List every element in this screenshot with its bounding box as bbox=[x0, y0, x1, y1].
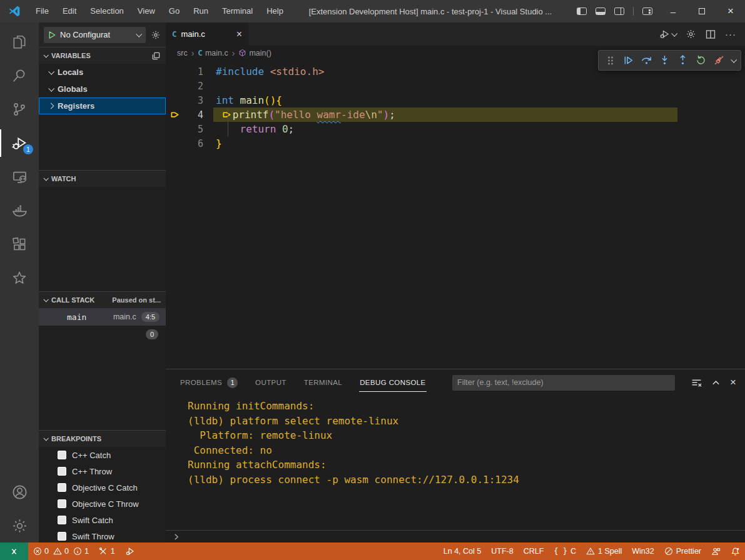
breadcrumb-symbol[interactable]: main() bbox=[238, 49, 271, 58]
code-editor[interactable]: 1 #include <stdio.h> 2 3 int main(){ 4 p… bbox=[166, 60, 745, 369]
call-stack-session-row[interactable]: 0 bbox=[39, 326, 166, 343]
language-mode-status[interactable]: { } C bbox=[549, 542, 581, 560]
variables-tree-item[interactable]: Registers bbox=[39, 98, 166, 114]
activity-remote-explorer-icon[interactable] bbox=[0, 160, 39, 194]
tab-close-icon[interactable]: × bbox=[236, 29, 242, 40]
breakpoint-item[interactable]: C++ Throw bbox=[39, 463, 166, 479]
activity-star-icon[interactable] bbox=[0, 261, 39, 295]
activity-files-icon[interactable] bbox=[0, 25, 39, 59]
breakpoint-item[interactable]: Objective C Catch bbox=[39, 479, 166, 496]
breakpoint-checkbox[interactable] bbox=[58, 467, 66, 476]
activity-run-debug-icon[interactable]: 1 bbox=[0, 126, 39, 160]
variables-tree-item[interactable]: Locals bbox=[39, 64, 166, 81]
continue-button[interactable] bbox=[620, 52, 637, 69]
menu-item[interactable]: Selection bbox=[83, 0, 130, 22]
minimize-button[interactable]: – bbox=[659, 0, 687, 22]
notifications-bell-icon[interactable] bbox=[726, 542, 745, 560]
maximize-button[interactable] bbox=[687, 0, 716, 22]
breakpoint-checkbox[interactable] bbox=[58, 451, 66, 459]
toggle-panel-icon[interactable] bbox=[595, 8, 606, 15]
eol-status[interactable]: CRLF bbox=[519, 542, 549, 560]
variables-tree-item[interactable]: Globals bbox=[39, 81, 166, 98]
activity-search-icon[interactable] bbox=[0, 59, 39, 92]
collapse-all-icon[interactable] bbox=[151, 51, 161, 61]
vscode-logo-icon bbox=[0, 5, 29, 18]
editor-settings-gear-icon[interactable] bbox=[686, 29, 696, 39]
breakpoint-item[interactable]: Swift Catch bbox=[39, 512, 166, 528]
breakpoint-checkbox[interactable] bbox=[58, 516, 66, 524]
console-filter-input[interactable] bbox=[452, 375, 675, 391]
launch-configuration-dropdown[interactable]: No Configurat bbox=[44, 27, 146, 43]
panel-tab[interactable]: OUTPUT bbox=[255, 374, 287, 391]
variables-header[interactable]: VARIABLES bbox=[39, 48, 166, 64]
activity-extensions-icon[interactable] bbox=[0, 228, 39, 261]
debug-status-icon[interactable] bbox=[120, 542, 140, 560]
code-line[interactable]: 4 printf("hello wamr-ide\n"); bbox=[166, 108, 745, 122]
breadcrumb-folder[interactable]: src bbox=[177, 49, 188, 58]
close-button[interactable]: × bbox=[716, 0, 745, 22]
code-line[interactable]: 3 int main(){ bbox=[166, 93, 745, 108]
panel-tab[interactable]: TERMINAL bbox=[303, 374, 343, 391]
code-line[interactable]: 2 bbox=[166, 79, 745, 93]
activity-accounts-icon[interactable] bbox=[0, 475, 39, 509]
menu-item[interactable]: Go bbox=[162, 0, 186, 22]
more-actions-icon[interactable]: ··· bbox=[725, 29, 736, 39]
title-bar: FileEditSelectionViewGoRunTerminalHelp [… bbox=[0, 0, 745, 22]
toolbar-drag-handle[interactable] bbox=[602, 52, 619, 69]
run-or-debug-button[interactable] bbox=[659, 29, 676, 39]
encoding-status[interactable]: UTF-8 bbox=[486, 542, 518, 560]
clear-console-icon[interactable] bbox=[691, 378, 702, 388]
debug-console-input[interactable] bbox=[166, 530, 745, 542]
menu-item[interactable]: Run bbox=[186, 0, 215, 22]
disconnect-button[interactable] bbox=[711, 52, 727, 69]
step-into-button[interactable] bbox=[656, 52, 673, 69]
breakpoint-checkbox[interactable] bbox=[58, 532, 66, 541]
customize-layout-icon[interactable] bbox=[642, 8, 652, 15]
feedback-icon[interactable] bbox=[706, 542, 726, 560]
debug-session-chevron-icon[interactable] bbox=[729, 58, 737, 62]
breakpoint-item[interactable]: Objective C Throw bbox=[39, 496, 166, 512]
breakpoint-checkbox[interactable] bbox=[58, 483, 66, 492]
remote-indicator[interactable] bbox=[0, 542, 28, 560]
open-launch-config-gear-icon[interactable] bbox=[151, 30, 161, 40]
menu-item[interactable]: File bbox=[29, 0, 56, 22]
formatter-status[interactable]: Prettier bbox=[659, 542, 706, 560]
code-line[interactable]: 6 } bbox=[166, 136, 745, 151]
breakpoint-checkbox[interactable] bbox=[58, 499, 66, 508]
code-line[interactable]: 5 return 0; bbox=[166, 122, 745, 136]
breakpoints-header[interactable]: BREAKPOINTS bbox=[39, 431, 166, 447]
toggle-sidebar-icon[interactable] bbox=[577, 8, 587, 15]
spell-checker-status[interactable]: 1 Spell bbox=[581, 542, 627, 560]
breakpoint-item[interactable]: C++ Catch bbox=[39, 447, 166, 463]
activity-settings-gear-icon[interactable] bbox=[0, 509, 39, 542]
cursor-position-status[interactable]: Ln 4, Col 5 bbox=[438, 542, 486, 560]
toggle-secondary-sidebar-icon[interactable] bbox=[614, 8, 624, 15]
breadcrumb-file[interactable]: C main.c bbox=[198, 48, 228, 58]
close-panel-icon[interactable]: × bbox=[730, 376, 736, 389]
menu-item[interactable]: Terminal bbox=[215, 0, 260, 22]
platform-status[interactable]: Win32 bbox=[627, 542, 659, 560]
restart-button[interactable] bbox=[692, 52, 709, 69]
watch-header[interactable]: WATCH bbox=[39, 171, 166, 187]
panel-tab[interactable]: PROBLEMS 1 bbox=[180, 374, 238, 391]
panel-tab[interactable]: DEBUG CONSOLE bbox=[359, 374, 427, 391]
problems-status[interactable]: 0 0 1 bbox=[28, 542, 94, 560]
activity-source-control-icon[interactable] bbox=[0, 92, 39, 126]
menu-item[interactable]: Help bbox=[260, 0, 290, 22]
chevron-icon bbox=[48, 103, 54, 109]
activity-docker-icon[interactable] bbox=[0, 194, 39, 228]
call-stack-header[interactable]: CALL STACK Paused on st... bbox=[39, 292, 166, 308]
split-editor-icon[interactable] bbox=[706, 29, 716, 39]
line-number: 1 bbox=[182, 66, 203, 78]
call-stack-frame[interactable]: main main.c 4:5 bbox=[39, 308, 166, 326]
menu-item[interactable]: View bbox=[131, 0, 162, 22]
editor-tab-main-c[interactable]: C main.c × bbox=[166, 22, 248, 46]
menu-item[interactable]: Edit bbox=[56, 0, 83, 22]
step-out-button[interactable] bbox=[674, 52, 691, 69]
gutter-glyph-margin[interactable] bbox=[166, 110, 182, 119]
debug-console-output[interactable]: Running initCommands:(lldb) platform sel… bbox=[166, 396, 745, 530]
step-over-button[interactable] bbox=[638, 52, 655, 69]
line-number: 6 bbox=[182, 138, 203, 149]
maximize-panel-chevron-icon[interactable] bbox=[711, 378, 721, 388]
tools-status[interactable]: 1 bbox=[94, 542, 120, 560]
